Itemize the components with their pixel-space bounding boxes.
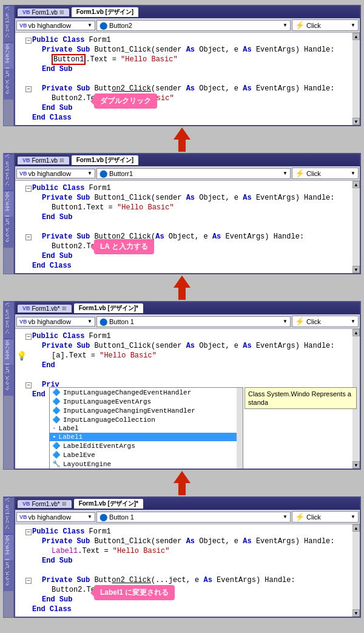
balloon-1: ダブルクリック	[94, 93, 157, 109]
vtab-4-1: ソリューション	[4, 497, 13, 534]
ac-item-5-selected[interactable]: ▪ Label1	[50, 433, 243, 441]
svg-marker-1	[174, 276, 190, 300]
code-3-0: Public Class Form1	[32, 331, 357, 341]
ac-icon-1: 🔷	[52, 398, 61, 405]
code-4-3: End Sub	[32, 556, 357, 566]
toolbar-middle-label-2: Buttorr1	[109, 170, 133, 177]
tab-form1vb-1[interactable]: VB Form1.vb ⊠	[18, 8, 69, 16]
autocomplete-dropdown[interactable]: 🔷 InputLanguageChangedEventHandler 🔷 Inp…	[49, 387, 243, 469]
ac-text-5: Label1	[59, 433, 83, 441]
toolbar-right-label-3: Click	[306, 318, 321, 325]
code-4-5: Private Sub Button2_Click(...ject, e As …	[32, 575, 357, 585]
code-line-1-6: Button2.Text = "Hello Basic"	[32, 93, 357, 103]
toolbar-left-4[interactable]: VB vb highandlow ▼	[16, 512, 95, 522]
tab-form1vb-2[interactable]: VB Form1.vb ⊠	[18, 157, 69, 164]
code-line-1-8: End Class	[32, 113, 357, 123]
expand-col-2: − −	[25, 183, 32, 242]
code-line-1-5: Private Sub Button2_Click(sender As Obje…	[32, 84, 357, 93]
ac-text-1: InputLanguageEventArgs	[63, 398, 151, 405]
toolbar-middle-1[interactable]: ⬤ Button2 ▼	[96, 20, 291, 31]
ac-item-0[interactable]: 🔷 InputLanguageChangedEventHandler	[50, 388, 243, 397]
panel2-ide: VB Form1.vb ⊠ Form1.vb [デザイン] VB vb high…	[14, 153, 361, 274]
ac-item-2[interactable]: 🔷 InputLanguageChangingEventHandler	[50, 406, 243, 415]
toolbar-left-2[interactable]: VB vb highandlow ▼	[16, 169, 95, 178]
vtab-2-1: ソリューション	[4, 154, 13, 191]
toolbar-left-1[interactable]: VB vb highandlow ▼	[16, 21, 95, 30]
ac-scrollbar[interactable]	[237, 388, 243, 469]
tab-form1vb-4[interactable]: VB Form1.vb* ⊠	[18, 500, 72, 508]
tab-design-4[interactable]: Form1.vb [デザイン]*	[74, 499, 143, 509]
tab-close-3[interactable]: ⊠	[62, 305, 67, 311]
expand-1-5[interactable]: −	[25, 84, 32, 93]
dropdown-arrow-1a: ▼	[87, 22, 92, 28]
toolbar-middle-2[interactable]: ⬤ Buttorr1 ▼	[96, 168, 291, 179]
tab-design-label-2: Form1.vb [デザイン]	[76, 157, 133, 163]
ac-icon-7: 🔷	[52, 451, 61, 459]
scroll-up-1[interactable]: ▲	[352, 33, 360, 40]
toolbar-middle-label-4: Button 1	[109, 513, 134, 521]
scroll-up-2[interactable]: ▲	[352, 181, 360, 188]
scrollbar-2[interactable]: ▲ ▼	[352, 181, 360, 273]
ac-text-8: LayoutEngine	[63, 461, 111, 468]
vb-icon-1: VB	[22, 9, 30, 15]
toolbar-right-4[interactable]: ⚡ Click ▼	[292, 511, 359, 523]
toolbar-left-label-1: vb highandlow	[29, 22, 71, 29]
panel4-ide: VB Form1.vb* ⊠ Form1.vb [デザイン]* VB vb hi…	[14, 496, 361, 618]
toolbar-middle-3[interactable]: ⬤ Button 1 ▼	[96, 316, 291, 327]
toolbar-right-3[interactable]: ⚡ Click ▼	[292, 316, 359, 327]
ac-item-4[interactable]: ▪ Label	[50, 424, 243, 433]
toolbar-left-3[interactable]: VB vb highandlow ▼	[16, 317, 95, 327]
ac-item-3[interactable]: 🔷 InputLanguageCollection	[50, 415, 243, 424]
ac-item-1[interactable]: 🔷 InputLanguageEventArgs	[50, 397, 243, 406]
tab-form1vb-label: Form1.vb	[32, 9, 58, 16]
tab-design-1[interactable]: Form1.vb [デザイン]	[72, 7, 138, 17]
code-4-1: Private Sub Button1_Click(sender As Obje…	[32, 537, 357, 546]
expand-1-1	[25, 45, 32, 55]
code-3-1: Private Sub Button1_Click(sender As Obje…	[32, 341, 357, 351]
vtabs-panel4: ソリューション データソース クラスビュー	[3, 496, 14, 618]
toolbar-right-2[interactable]: ⚡ Click ▼	[292, 168, 359, 179]
balloon-2: LA と入力する	[94, 239, 154, 254]
ac-item-6[interactable]: 🔷 LabelEditEventArgs	[50, 441, 243, 450]
toolbar-left-label-4: vb highandlow	[29, 513, 71, 521]
scrollbar-1[interactable]: ▲ ▼	[352, 33, 360, 125]
tab-design-label-3: Form1.vb [デザイン]*	[79, 305, 138, 311]
tab-design-3[interactable]: Form1.vb [デザイン]*	[74, 303, 143, 313]
svg-marker-2	[174, 471, 190, 495]
scroll-track-1	[352, 40, 360, 118]
tab-design-2[interactable]: Form1.vb [デザイン]	[72, 155, 138, 165]
tab-form1vb-3[interactable]: VB Form1.vb* ⊠	[18, 305, 72, 313]
expand-1-0[interactable]: −	[25, 35, 32, 45]
panel2-toolbar: VB vb highandlow ▼ ⬤ Buttorr1 ▼ ⚡ Click …	[15, 166, 360, 181]
expand-1-2	[25, 55, 32, 64]
tab-close-4[interactable]: ⊠	[62, 501, 67, 507]
tab-close-1[interactable]: ⊠	[59, 9, 64, 15]
toolbar-middle-label-3: Button 1	[109, 318, 134, 325]
code-line-1-0: Public Class Form1	[32, 35, 357, 45]
panel3-code: 💡 ▲ ▼ − − Public Class Form1	[15, 329, 360, 469]
code-line-1-2: Button1.Text = "Hello Basic"	[32, 55, 357, 64]
code-2-2: Button1.Text = "Hello Basic"	[32, 203, 357, 212]
panel3-ide: VB Form1.vb* ⊠ Form1.vb [デザイン]* VB vb hi…	[14, 301, 361, 470]
toolbar-right-1[interactable]: ⚡ Click ▼	[292, 19, 359, 31]
code-4-2: Label1.Text = "Hello Basic"	[32, 546, 357, 556]
scrollbar-4[interactable]: ▲ ▼	[352, 524, 360, 617]
panel2-titlebar: VB Form1.vb ⊠ Form1.vb [デザイン]	[15, 154, 360, 166]
vtabs-panel2: ソリューション データソース クラスビュー	[3, 153, 14, 274]
vtab-2-2: データソース	[4, 191, 13, 217]
scroll-down-2[interactable]: ▼	[352, 266, 360, 273]
expand-col-3: − −	[25, 331, 32, 390]
ac-item-8[interactable]: 🔧 LayoutEngine	[50, 459, 243, 469]
ac-hint: Class System.Windo Represents a standa	[244, 387, 357, 409]
ac-icon-8: 🔧	[52, 460, 61, 468]
toolbar-right-label-4: Click	[306, 513, 321, 521]
tab-close-2[interactable]: ⊠	[59, 157, 64, 163]
code-4-4	[32, 566, 357, 575]
scroll-down-1[interactable]: ▼	[352, 118, 360, 125]
tab-form1vb-label-2: Form1.vb	[32, 157, 58, 164]
panel1-titlebar: VB Form1.vb ⊠ Form1.vb [デザイン]	[15, 6, 360, 18]
code-3-2: [a].Text = "Hello Basic"	[32, 351, 357, 361]
ac-item-7[interactable]: 🔷 LabelEve	[50, 450, 243, 459]
toolbar-middle-4[interactable]: ⬤ Button 1 ▼	[96, 512, 291, 523]
toolbar-right-label-1: Click	[306, 22, 321, 29]
